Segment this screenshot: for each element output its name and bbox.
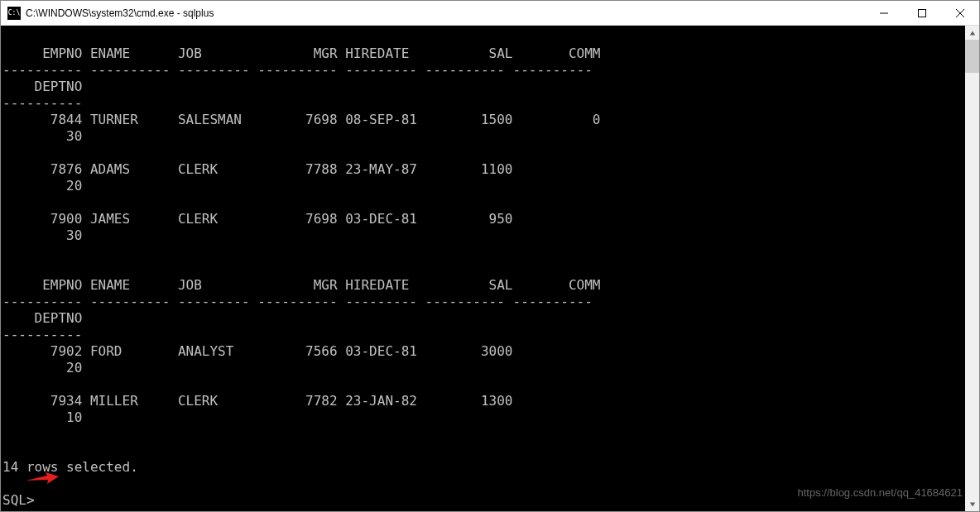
- maximize-button[interactable]: [903, 1, 941, 26]
- terminal-wrapper: EMPNO ENAME JOB MGR HIREDATE SAL COMM --…: [1, 26, 979, 511]
- scroll-down-button[interactable]: [965, 497, 979, 511]
- close-button[interactable]: [941, 1, 979, 26]
- cmd-window: C:\ C:\WINDOWS\system32\cmd.exe - sqlplu…: [0, 0, 980, 512]
- minimize-button[interactable]: [865, 1, 903, 26]
- terminal-output[interactable]: EMPNO ENAME JOB MGR HIREDATE SAL COMM --…: [1, 26, 965, 511]
- cmd-icon: C:\: [7, 7, 21, 20]
- titlebar[interactable]: C:\ C:\WINDOWS\system32\cmd.exe - sqlplu…: [1, 1, 979, 26]
- svg-marker-4: [969, 31, 974, 35]
- vertical-scrollbar[interactable]: [965, 26, 979, 511]
- scroll-thumb[interactable]: [965, 40, 979, 73]
- scroll-up-button[interactable]: [965, 26, 979, 40]
- svg-marker-5: [969, 502, 974, 506]
- svg-rect-1: [919, 9, 926, 17]
- window-title: C:\WINDOWS\system32\cmd.exe - sqlplus: [26, 7, 865, 19]
- window-controls: [865, 1, 979, 26]
